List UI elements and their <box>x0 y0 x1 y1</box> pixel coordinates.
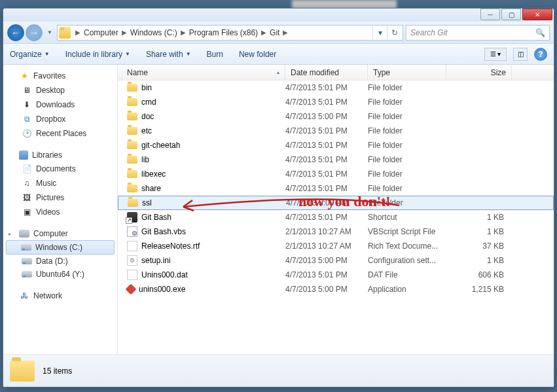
file-size: 1 KB <box>446 227 512 236</box>
explorer-window: ─ ▢ ✕ ← → ▼ ▶ Computer ▶ Windows (C:) ▶ … <box>3 8 554 387</box>
star-icon: ★ <box>19 71 29 81</box>
chevron-right-icon[interactable]: ▶ <box>259 29 268 36</box>
file-name: share <box>141 184 161 193</box>
burn-button[interactable]: Burn <box>207 50 223 59</box>
sidebar-item-desktop[interactable]: 🖥Desktop <box>3 83 117 98</box>
new-folder-button[interactable]: New folder <box>239 50 276 59</box>
file-row[interactable]: git-cheetah4/7/2013 5:01 PMFile folder <box>118 138 554 152</box>
file-row[interactable]: ReleaseNotes.rtf2/1/2013 10:27 AMRich Te… <box>118 239 554 253</box>
file-type: VBScript Script File <box>368 227 446 236</box>
file-row[interactable]: unins000.exe4/7/2013 5:00 PMApplication1… <box>118 282 554 296</box>
search-input[interactable]: Search Git 🔍 <box>406 25 550 41</box>
file-list[interactable]: bin4/7/2013 5:01 PMFile foldercmd4/7/201… <box>118 80 554 354</box>
file-row[interactable]: lib4/7/2013 5:01 PMFile folder <box>118 152 554 167</box>
maximize-button[interactable]: ▢ <box>501 9 521 20</box>
file-name: doc <box>141 112 154 121</box>
file-row[interactable]: Git Bash.vbs2/1/2013 10:27 AMVBScript Sc… <box>118 224 554 239</box>
computer-header[interactable]: ▸Computer <box>3 227 117 240</box>
file-type: File folder <box>368 98 446 107</box>
column-name[interactable]: Name▴ <box>118 65 285 80</box>
sidebar-item-data-d[interactable]: Data (D:) <box>3 255 117 268</box>
include-library-button[interactable]: Include in library▼ <box>65 50 130 59</box>
file-list-pane: Name▴ Date modified Type Size bin4/7/201… <box>118 65 554 354</box>
file-type: File folder <box>368 169 446 179</box>
chevron-right-icon[interactable]: ▶ <box>73 29 82 36</box>
file-name: unins000.exe <box>139 285 185 294</box>
chevron-down-icon: ▼ <box>186 51 191 57</box>
folder-icon <box>127 141 137 149</box>
dat-icon <box>127 270 137 280</box>
videos-icon: ▣ <box>22 207 32 217</box>
refresh-button[interactable]: ↻ <box>387 26 401 39</box>
column-size[interactable]: Size <box>446 65 512 80</box>
share-with-button[interactable]: Share with▼ <box>146 50 191 59</box>
file-date: 4/7/2013 5:00 PM <box>286 198 368 207</box>
file-row[interactable]: bin4/7/2013 5:01 PMFile folder <box>118 80 554 95</box>
sidebar-item-recent[interactable]: 🕑Recent Places <box>3 126 117 141</box>
sidebar-item-videos[interactable]: ▣Videos <box>3 205 117 219</box>
breadcrumb-git[interactable]: Git <box>268 28 281 37</box>
vbs-icon <box>127 226 137 237</box>
view-options-button[interactable]: ☰ ▾ <box>484 48 507 61</box>
libraries-header[interactable]: Libraries <box>3 149 117 162</box>
sidebar-item-pictures[interactable]: 🖼Pictures <box>3 190 117 205</box>
file-type: File folder <box>368 112 446 121</box>
file-row[interactable]: share4/7/2013 5:01 PMFile folder <box>118 181 554 196</box>
network-header[interactable]: 🖧Network <box>3 289 117 303</box>
navigation-bar: ← → ▼ ▶ Computer ▶ Windows (C:) ▶ Progra… <box>3 22 554 44</box>
help-button[interactable]: ? <box>534 48 547 61</box>
file-row[interactable]: ssl4/7/2013 5:00 PMFile folder <box>118 196 554 210</box>
desktop-icon: 🖥 <box>22 85 32 96</box>
file-row[interactable]: setup.ini4/7/2013 5:00 PMConfiguration s… <box>118 253 554 268</box>
sidebar-item-downloads[interactable]: ⬇Downloads <box>3 98 117 112</box>
minimize-button[interactable]: ─ <box>480 9 500 20</box>
file-size: 1,215 KB <box>446 285 512 294</box>
file-size: 1 KB <box>446 256 512 265</box>
shortcut-icon <box>127 212 137 223</box>
file-date: 4/7/2013 5:01 PM <box>285 169 368 179</box>
sidebar-item-ubuntu-y[interactable]: Ubuntu64 (Y:) <box>3 268 117 281</box>
column-date[interactable]: Date modified <box>285 65 368 80</box>
sort-asc-icon: ▴ <box>277 69 279 75</box>
sidebar-item-documents[interactable]: 📄Documents <box>3 162 117 176</box>
chevron-right-icon[interactable]: ▶ <box>120 29 129 36</box>
file-row[interactable]: doc4/7/2013 5:00 PMFile folder <box>118 109 554 124</box>
organize-button[interactable]: Organize▼ <box>10 50 50 59</box>
file-type: Application <box>368 285 446 294</box>
column-type[interactable]: Type <box>368 65 446 80</box>
chevron-right-icon[interactable]: ▶ <box>179 29 188 36</box>
file-row[interactable]: cmd4/7/2013 5:01 PMFile folder <box>118 95 554 109</box>
file-name: setup.ini <box>141 256 171 265</box>
forward-button[interactable]: → <box>26 24 43 41</box>
breadcrumb-computer[interactable]: Computer <box>82 28 120 37</box>
file-row[interactable]: Git Bash4/7/2013 5:01 PMShortcut1 KB <box>118 210 554 224</box>
breadcrumb-drive[interactable]: Windows (C:) <box>129 28 179 37</box>
breadcrumb-progfiles[interactable]: Program Files (x86) <box>188 28 259 37</box>
address-bar[interactable]: ▶ Computer ▶ Windows (C:) ▶ Program File… <box>57 25 403 41</box>
back-button[interactable]: ← <box>7 24 24 41</box>
favorites-header[interactable]: ★Favorites <box>3 69 117 83</box>
preview-pane-button[interactable]: ◫ <box>513 48 528 61</box>
file-row[interactable]: Unins000.dat4/7/2013 5:01 PMDAT File606 … <box>118 268 554 282</box>
file-row[interactable]: libexec4/7/2013 5:01 PMFile folder <box>118 167 554 181</box>
downloads-icon: ⬇ <box>22 99 32 110</box>
title-bar[interactable]: ─ ▢ ✕ <box>3 9 554 22</box>
address-dropdown[interactable]: ▾ <box>372 26 387 39</box>
sidebar-item-music[interactable]: ♫Music <box>3 176 117 190</box>
file-date: 4/7/2013 5:01 PM <box>285 184 368 193</box>
exe-icon <box>126 284 137 295</box>
search-icon[interactable]: 🔍 <box>535 28 545 37</box>
file-date: 4/7/2013 5:00 PM <box>285 256 368 265</box>
file-type: File folder <box>368 184 446 193</box>
file-row[interactable]: etc4/7/2013 5:01 PMFile folder <box>118 124 554 138</box>
close-button[interactable]: ✕ <box>522 9 552 20</box>
file-date: 4/7/2013 5:00 PM <box>285 285 368 294</box>
chevron-right-icon[interactable]: ▶ <box>281 29 290 36</box>
sidebar-item-windows-c[interactable]: Windows (C:) <box>6 240 115 255</box>
history-dropdown[interactable]: ▼ <box>45 25 54 41</box>
folder-icon <box>59 27 71 39</box>
file-type: File folder <box>368 83 446 92</box>
ini-icon <box>127 255 137 266</box>
sidebar-item-dropbox[interactable]: ⧉Dropbox <box>3 112 117 126</box>
file-type: File folder <box>368 198 447 207</box>
